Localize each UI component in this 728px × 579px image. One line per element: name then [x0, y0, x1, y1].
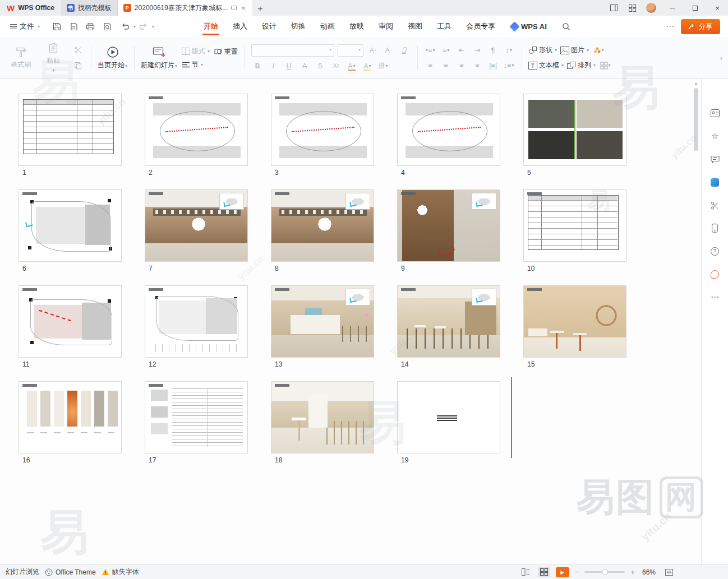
- text-direction-icon[interactable]: ↕▾: [503, 45, 515, 56]
- normal-view-icon[interactable]: [520, 567, 532, 577]
- file-menu-button[interactable]: 文件 ▾: [6, 21, 44, 31]
- vertical-scrollbar[interactable]: ▲: [693, 80, 699, 563]
- clip-tool-icon[interactable]: [710, 200, 720, 210]
- slide-sorter-canvas[interactable]: 1 2 3 4 5 6 7: [0, 79, 701, 564]
- strikethrough-button[interactable]: A: [298, 61, 311, 72]
- chevron-down-icon[interactable]: ▾: [152, 24, 154, 29]
- app-logo-area[interactable]: W WPS Office: [0, 0, 61, 16]
- slide-thumbnail[interactable]: 6: [19, 189, 122, 285]
- tab-tools[interactable]: 工具: [436, 16, 453, 36]
- missing-font-warning[interactable]: 缺失字体: [102, 567, 139, 577]
- tab-transitions[interactable]: 切换: [290, 16, 307, 36]
- icon-library-icon[interactable]: ▾: [592, 45, 605, 56]
- wps-ai-sidebar-icon[interactable]: [710, 177, 720, 187]
- new-slide-button[interactable]: 新建幻灯片▾: [141, 46, 177, 70]
- slide-thumbnail[interactable]: 13: [271, 285, 374, 381]
- print-preview-icon[interactable]: [100, 20, 114, 33]
- slide-thumbnail[interactable]: 5: [523, 94, 626, 189]
- paragraph-mark-icon[interactable]: ¶: [487, 45, 499, 56]
- increase-indent-icon[interactable]: ⇥: [471, 45, 483, 56]
- slide-thumbnail[interactable]: 17: [145, 381, 248, 477]
- slide-thumbnail[interactable]: 12: [145, 285, 248, 381]
- slide-thumbnail[interactable]: 7: [145, 189, 248, 285]
- bullets-icon[interactable]: •≡▾: [424, 45, 436, 56]
- scrollbar-thumb[interactable]: [694, 88, 698, 151]
- layout-button[interactable]: 版式▾: [182, 47, 210, 56]
- share-button[interactable]: 分享: [681, 19, 720, 34]
- numbering-icon[interactable]: ≡▾: [440, 45, 452, 56]
- play-slideshow-button[interactable]: ▶: [556, 567, 569, 577]
- zoom-out-button[interactable]: −: [575, 568, 579, 576]
- tab-design[interactable]: 设计: [261, 16, 278, 36]
- more-tools-icon[interactable]: ⋯: [710, 292, 720, 302]
- slide-thumbnail[interactable]: 9: [397, 189, 500, 285]
- slide-thumbnail[interactable]: 11: [19, 285, 122, 381]
- profile-card-icon[interactable]: [710, 108, 720, 118]
- fit-window-icon[interactable]: [663, 567, 675, 577]
- slide-thumbnail[interactable]: 14: [397, 285, 500, 381]
- tab-member[interactable]: 会员专享: [465, 16, 496, 36]
- line-spacing-icon[interactable]: ↕≡▾: [503, 60, 515, 71]
- slide-thumbnail[interactable]: 4: [397, 94, 500, 189]
- tab-insert[interactable]: 插入: [232, 16, 248, 36]
- slide-sorter-view-icon[interactable]: [538, 567, 550, 577]
- app-center-icon[interactable]: [624, 0, 641, 16]
- textbox-button[interactable]: 文本框▾: [528, 61, 564, 70]
- increase-font-icon[interactable]: A+: [367, 45, 379, 56]
- decrease-indent-icon[interactable]: ⇤: [455, 45, 468, 56]
- align-right-icon[interactable]: ≡: [455, 60, 468, 71]
- scroll-up-icon[interactable]: ▲: [693, 81, 699, 85]
- comment-icon[interactable]: [710, 154, 720, 164]
- maximize-button[interactable]: [684, 0, 706, 16]
- export-pdf-icon[interactable]: [67, 20, 80, 33]
- distribute-icon[interactable]: |≡|: [487, 60, 499, 71]
- new-tab-button[interactable]: +: [252, 0, 269, 16]
- wps-ai-button[interactable]: WPS AI: [511, 22, 547, 31]
- theme-indicator[interactable]: Office Theme: [45, 568, 96, 576]
- slide-settings-icon[interactable]: ▾: [599, 60, 611, 71]
- play-from-current-button[interactable]: 当页开始▾: [98, 46, 127, 70]
- slide-thumbnail[interactable]: 8: [271, 189, 374, 285]
- decrease-font-icon[interactable]: A−: [383, 45, 395, 56]
- tab-animation[interactable]: 动画: [319, 16, 336, 36]
- reset-button[interactable]: 重置: [214, 47, 238, 57]
- save-icon[interactable]: [50, 20, 63, 33]
- undo-icon[interactable]: [118, 20, 132, 33]
- slide-thumbnail[interactable]: 2: [145, 94, 248, 189]
- picture-button[interactable]: 图片▾: [560, 45, 589, 55]
- close-button[interactable]: ×: [707, 0, 728, 16]
- zoom-slider-thumb[interactable]: [602, 569, 608, 575]
- cut-icon[interactable]: [72, 44, 84, 55]
- pinyin-guide-button[interactable]: 拼▾: [377, 61, 389, 72]
- slide-thumbnail[interactable]: 19: [397, 381, 500, 477]
- tab-home[interactable]: 开始: [202, 16, 219, 36]
- redo-icon[interactable]: [137, 20, 150, 33]
- slide-thumbnail[interactable]: 10: [523, 189, 626, 285]
- justify-icon[interactable]: ≡: [471, 60, 483, 71]
- help-icon[interactable]: ?: [710, 246, 720, 256]
- text-shadow-button[interactable]: S: [314, 61, 326, 72]
- underline-button[interactable]: U: [283, 61, 295, 72]
- font-size-select[interactable]: [338, 44, 363, 57]
- paste-button[interactable]: 粘贴 ▾: [39, 43, 67, 73]
- slide-thumbnail[interactable]: 16: [19, 381, 122, 477]
- search-icon[interactable]: [559, 20, 574, 33]
- font-color-button[interactable]: A▾: [345, 61, 358, 72]
- tab-view[interactable]: 视图: [407, 16, 423, 36]
- zoom-in-button[interactable]: +: [630, 568, 635, 576]
- mobile-view-icon[interactable]: [710, 223, 720, 233]
- favorites-icon[interactable]: ☆: [710, 131, 720, 141]
- slide-thumbnail[interactable]: 3: [271, 94, 374, 189]
- shapes-button[interactable]: 形状▾: [528, 45, 557, 55]
- highlight-color-button[interactable]: A▾: [361, 61, 374, 72]
- task-pane-expander[interactable]: ›: [717, 45, 726, 71]
- tab-close-icon[interactable]: ×: [240, 4, 247, 12]
- arrange-button[interactable]: 排列▾: [567, 61, 596, 70]
- italic-button[interactable]: I: [267, 61, 279, 72]
- superscript-button[interactable]: X²: [330, 61, 342, 72]
- bold-button[interactable]: B: [251, 61, 264, 72]
- chevron-down-icon[interactable]: ▾: [133, 24, 136, 29]
- format-painter-button[interactable]: 格式刷: [7, 47, 35, 70]
- align-left-icon[interactable]: ≡: [424, 60, 436, 71]
- doc-tab-current[interactable]: P 202000619喜茶天津万象城标... ×: [118, 0, 252, 16]
